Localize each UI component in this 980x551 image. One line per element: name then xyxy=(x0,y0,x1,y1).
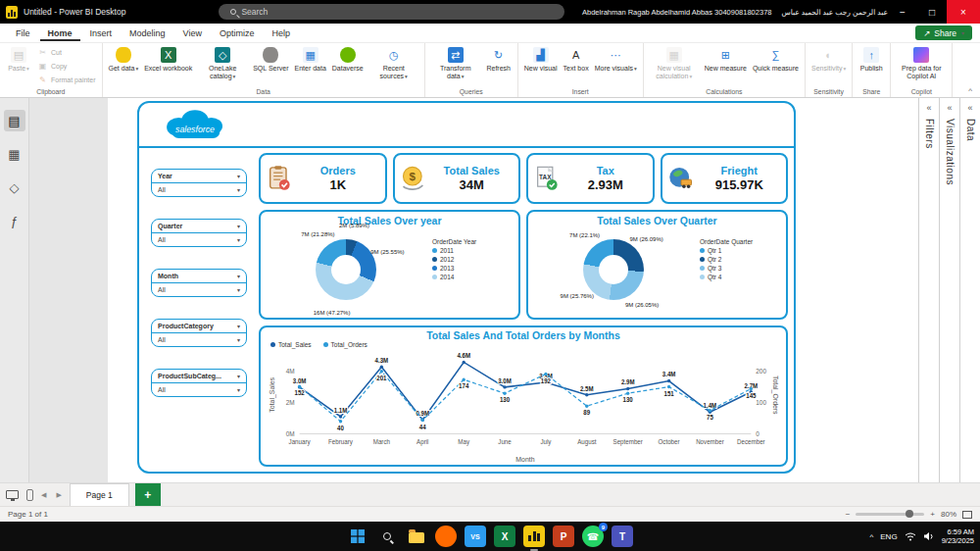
firefox-icon[interactable] xyxy=(435,526,457,547)
menu-home[interactable]: Home xyxy=(40,25,80,41)
account-info[interactable]: Abdelrahman Ragab Abdelhamid Abbas 30409… xyxy=(582,8,888,17)
fit-to-page-icon[interactable] xyxy=(962,511,972,519)
zoom-slider-thumb[interactable] xyxy=(906,510,913,518)
visual-total-sales-and-total-orders-by-months[interactable]: Total Sales And Total Orders by Months T… xyxy=(259,326,788,467)
dax-query-view-icon[interactable]: ƒ xyxy=(4,210,25,231)
expand-pane-icon[interactable]: « xyxy=(947,103,952,113)
line-chart[interactable]: 0M2M4M0100200JanuaryFebruaryMarchAprilMa… xyxy=(267,348,780,464)
global-search-input[interactable]: Search xyxy=(219,4,564,20)
start-icon[interactable] xyxy=(347,526,368,547)
excel-workbook-button[interactable]: XExcel workbook xyxy=(141,45,195,75)
zoom-slider[interactable] xyxy=(856,513,924,516)
legend-item-2013[interactable]: 2013 xyxy=(432,265,514,272)
page-tab-page-1[interactable]: Page 1 xyxy=(70,483,129,507)
legend-item-2014[interactable]: 2014 xyxy=(432,274,514,280)
pane-visualizations[interactable]: «Visualizations xyxy=(939,98,959,482)
desktop-layout-icon[interactable] xyxy=(6,490,19,499)
slicer-dropdown[interactable]: All▾ xyxy=(152,382,246,396)
donut-chart[interactable] xyxy=(583,239,644,300)
prep-data-for-copilot-ai-button[interactable]: Prep data for Copilot AI xyxy=(894,45,949,81)
menu-optimize[interactable]: Optimize xyxy=(212,25,263,41)
slicer-dropdown[interactable]: All▾ xyxy=(152,282,246,296)
kpi-orders[interactable]: Orders1K xyxy=(259,153,387,204)
zoom-level[interactable]: 80% xyxy=(941,510,956,519)
legend-item-qtr-3[interactable]: Qtr 3 xyxy=(700,265,782,272)
menu-file[interactable]: File xyxy=(8,25,38,41)
legend-item-qtr-2[interactable]: Qtr 2 xyxy=(700,256,782,263)
legend-item-qtr-1[interactable]: Qtr 1 xyxy=(700,247,782,254)
slicer-month[interactable]: Month▾All▾ xyxy=(151,269,247,297)
menu-view[interactable]: View xyxy=(175,25,210,41)
kpi-frieght[interactable]: Frieght915.97K xyxy=(661,153,789,204)
slicer-quarter[interactable]: Quarter▾All▾ xyxy=(151,219,247,247)
model-view-icon[interactable]: ◇ xyxy=(4,176,25,198)
mobile-layout-icon[interactable] xyxy=(26,489,33,501)
legend-item-2012[interactable]: 2012 xyxy=(432,256,514,263)
teams-icon[interactable]: T xyxy=(612,526,633,547)
language-indicator[interactable]: ENG xyxy=(880,532,897,541)
zoom-in-button[interactable]: + xyxy=(930,510,935,519)
visual-total-sales-over-quarter[interactable]: Total Sales Over Quarter9M (26.09%)9M (2… xyxy=(526,210,788,320)
wifi-icon[interactable] xyxy=(905,532,916,541)
legend-item-total-orders[interactable]: Total_Orders xyxy=(323,341,368,348)
legend-item-total-sales[interactable]: Total_Sales xyxy=(270,341,312,348)
close-button[interactable]: × xyxy=(947,0,980,24)
more-visuals-button[interactable]: ⋯More visuals▾ xyxy=(592,45,640,75)
dataverse-button[interactable]: Dataverse xyxy=(329,45,367,75)
menu-modeling[interactable]: Modeling xyxy=(122,25,173,41)
recent-sources-button[interactable]: ◷Recent sources▾ xyxy=(367,45,421,81)
new-visual-button[interactable]: ▟New visual xyxy=(521,45,561,75)
legend: OrderDate Year2011201220132014 xyxy=(432,226,514,315)
text-box-button[interactable]: AText box xyxy=(561,45,592,75)
clock[interactable]: 6:59 AM 9/23/2025 xyxy=(942,527,974,545)
page-nav-left-icon[interactable]: ◀ xyxy=(39,491,48,499)
pane-data[interactable]: «Data xyxy=(959,98,980,482)
excel-icon[interactable]: X xyxy=(494,526,515,547)
volume-icon[interactable] xyxy=(923,531,935,541)
report-view-icon[interactable]: ▤ xyxy=(4,110,25,131)
transform-data-button[interactable]: ⇄Transform data▾ xyxy=(428,45,483,81)
slicer-year[interactable]: Year▾All▾ xyxy=(151,169,247,197)
powerbi-icon[interactable] xyxy=(523,526,545,547)
menu-help[interactable]: Help xyxy=(264,25,298,41)
tray-chevron-up-icon[interactable]: ^ xyxy=(870,532,874,541)
collapse-ribbon-button[interactable]: ^ xyxy=(968,86,972,95)
slicer-dropdown[interactable]: All▾ xyxy=(152,332,246,346)
add-page-button[interactable]: + xyxy=(135,483,161,507)
dashboard-header: salesforce xyxy=(139,103,794,148)
expand-pane-icon[interactable]: « xyxy=(967,103,972,113)
pane-filters[interactable]: «Filters xyxy=(918,98,939,482)
kpi-total-sales[interactable]: $Total Sales34M xyxy=(393,153,521,204)
slicer-productcategory[interactable]: ProductCategory▾All▾ xyxy=(151,319,247,347)
share-button[interactable]: ↗ Share ▾ xyxy=(915,25,972,40)
quick-measure-button[interactable]: ∑Quick measure xyxy=(750,45,802,75)
legend-item-qtr-4[interactable]: Qtr 4 xyxy=(700,274,782,280)
onelake-catalog-button[interactable]: ◇OneLake catalog▾ xyxy=(195,45,250,81)
file-explorer-icon[interactable] xyxy=(406,526,427,547)
menu-insert[interactable]: Insert xyxy=(82,25,121,41)
sql-server-button[interactable]: SQL Server xyxy=(250,45,291,75)
legend-item-2011[interactable]: 2011 xyxy=(432,247,514,254)
slicer-dropdown[interactable]: All▾ xyxy=(152,232,246,246)
vscode-icon[interactable]: VS xyxy=(465,526,486,547)
new-measure-button[interactable]: ⊞New measure xyxy=(702,45,750,75)
slicer-dropdown[interactable]: All▾ xyxy=(152,182,246,196)
search-icon[interactable] xyxy=(376,526,398,547)
slicer-productsubcateg[interactable]: ProductSubCateg...▾All▾ xyxy=(151,369,247,397)
powerpoint-icon[interactable]: P xyxy=(553,526,574,547)
zoom-out-button[interactable]: − xyxy=(846,510,851,519)
visual-total-sales-over-year[interactable]: Total Sales Over year2M (5.89%)9M (25.55… xyxy=(259,210,520,320)
minimize-button[interactable]: − xyxy=(888,0,917,24)
page-nav-right-icon[interactable]: ▶ xyxy=(54,491,63,499)
expand-pane-icon[interactable]: « xyxy=(926,103,931,113)
refresh-button[interactable]: ↻Refresh xyxy=(483,45,514,75)
report-page[interactable]: salesforce Year▾All▾Quarter▾All▾Month▾Al… xyxy=(108,98,918,482)
enter-data-button[interactable]: ▦Enter data xyxy=(292,45,329,75)
kpi-tax[interactable]: TAXTax2.93M xyxy=(526,153,655,204)
donut-chart[interactable] xyxy=(316,239,376,300)
table-view-icon[interactable]: ▦ xyxy=(4,143,25,165)
get-data-button[interactable]: Get data▾ xyxy=(106,45,142,75)
maximize-button[interactable]: □ xyxy=(917,0,947,24)
publish-button[interactable]: ↑Publish xyxy=(856,45,887,75)
whatsapp-icon[interactable]: ☎9 xyxy=(582,526,604,547)
